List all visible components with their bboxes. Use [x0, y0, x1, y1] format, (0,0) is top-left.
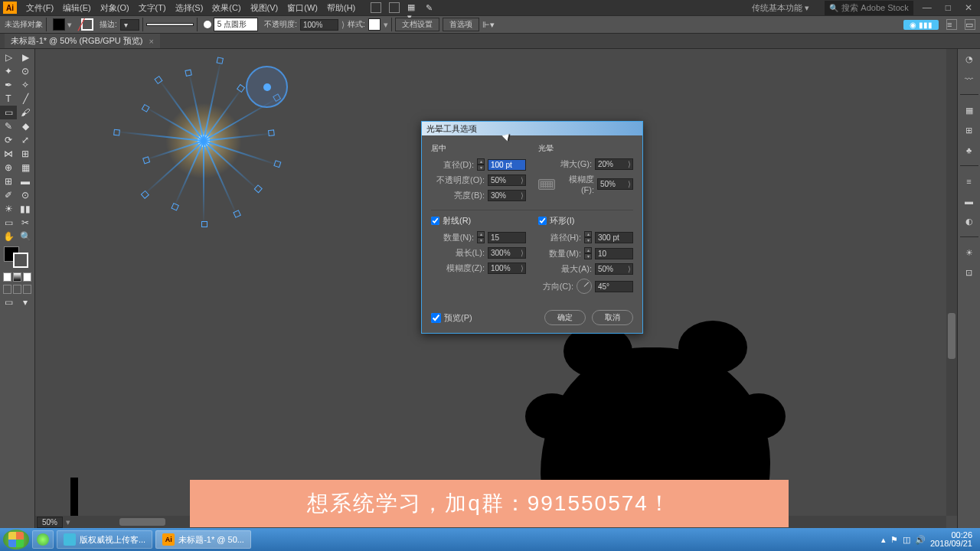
start-button[interactable] [3, 530, 29, 549]
rings-direction-input[interactable]: 45° [595, 281, 633, 292]
center-section-label: 居中 [431, 143, 526, 154]
tray-clock[interactable]: 00:26 2018/09/21 [930, 531, 977, 548]
brush-selector[interactable] [146, 23, 194, 26]
growth-input[interactable]: 20% [595, 158, 633, 170]
shape-preset[interactable]: 5 点圆形 [214, 18, 258, 31]
stroke-weight[interactable]: ▾ [120, 19, 139, 31]
style-label: 样式: [348, 19, 365, 30]
rings-count-input[interactable]: 10 [595, 248, 633, 259]
direction-dial[interactable] [577, 279, 592, 294]
style-swatch[interactable] [368, 18, 381, 31]
align-icon[interactable]: ⊩▾ [482, 20, 495, 30]
opacity-label: 不透明度: [264, 19, 297, 30]
task-item-browser[interactable] [32, 530, 54, 549]
overlay-banner: 想系统学习，加q群：991550574！ [190, 480, 789, 527]
prefs-button[interactable]: 首选项 [443, 18, 479, 31]
vertical-scrollbar[interactable] [946, 49, 957, 516]
brightness-input[interactable]: 30% [488, 190, 526, 201]
doc-setup-button[interactable]: 文档设置 [395, 18, 439, 31]
dialog-title[interactable]: 光晕工具选项 [422, 122, 642, 135]
rings-largest-input[interactable]: 50% [595, 263, 633, 275]
halo-section-label: 光晕 [538, 143, 633, 154]
close-icon[interactable]: ✕ [960, 2, 977, 13]
keyboard-icon [538, 179, 555, 190]
document-tabs: 未标题-1* @ 50% (RGB/GPU 预览) × [0, 34, 980, 49]
brush-panel-icon[interactable]: ✎ [426, 3, 433, 13]
menu-window[interactable]: 窗口(W) [283, 2, 322, 14]
menu-file[interactable]: 文件(F) [21, 2, 58, 14]
panel-toggle-icon[interactable]: ≡ [946, 19, 957, 30]
grid-icon-2[interactable] [389, 2, 400, 13]
flare-object[interactable] [119, 57, 288, 225]
rings-checkbox[interactable] [538, 217, 547, 225]
app-logo: Ai [3, 2, 17, 14]
options-bar: 未选择对象 ▾ ╱ 描边: ▾ 5 点圆形 不透明度: 100%⟩ 样式: ▾ … [0, 15, 980, 34]
windows-taskbar: 版权威视上传客... Ai未标题-1* @ 50... ▴ ⚑ ◫ 🔊 00:2… [0, 528, 980, 551]
rays-count-input[interactable]: 15 [488, 232, 526, 243]
preview-checkbox[interactable] [431, 313, 441, 323]
stroke-swatch[interactable]: ╱ [78, 18, 96, 31]
tab-close-icon[interactable]: × [149, 37, 154, 46]
task-item-illustrator[interactable]: Ai未标题-1* @ 50... [155, 530, 251, 549]
rays-longest-input[interactable]: 300% [488, 247, 526, 259]
rays-fuzz-input[interactable]: 100% [488, 262, 526, 274]
document-title: 未标题-1* @ 50% (RGB/GPU 预览) [11, 35, 143, 47]
menu-effect[interactable]: 效果(C) [207, 2, 245, 14]
menu-view[interactable]: 视图(V) [246, 2, 283, 14]
panel-toggle-icon-2[interactable]: ▭ [965, 19, 975, 30]
stroke-label: 描边: [100, 19, 117, 30]
halo-fuzz-input[interactable]: 50% [597, 178, 633, 190]
ok-button[interactable]: 确定 [544, 310, 586, 325]
system-tray[interactable]: ▴ ⚑ ◫ 🔊 00:26 2018/09/21 [881, 531, 977, 548]
fill-swatch[interactable] [53, 18, 65, 31]
tray-volume-icon[interactable]: 🔊 [915, 535, 926, 545]
tray-flag-icon[interactable]: ⚑ [890, 535, 898, 545]
opacity-input[interactable]: 100% [300, 19, 338, 31]
tray-network-icon[interactable]: ◫ [903, 535, 910, 545]
grid-icon[interactable] [371, 2, 381, 13]
menu-bar: Ai 文件(F) 编辑(E) 对象(O) 文字(T) 选择(S) 效果(C) 视… [0, 0, 980, 15]
task-item-app1[interactable]: 版权威视上传客... [57, 530, 152, 549]
cancel-button[interactable]: 取消 [592, 310, 633, 325]
menu-type[interactable]: 文字(T) [134, 2, 171, 14]
search-stock[interactable]: 🔍 搜索 Adobe Stock [825, 1, 913, 15]
flare-options-dialog: 光晕工具选项 居中 直径(D):▴▾100 pt 不透明度(O):50% 亮度(… [421, 121, 643, 334]
workspace-switcher[interactable]: 传统基本功能 ▾ [747, 1, 820, 15]
share-button[interactable]: ◉ ▮▮▮ [903, 20, 939, 30]
menu-object[interactable]: 对象(O) [96, 2, 134, 14]
document-tab[interactable]: 未标题-1* @ 50% (RGB/GPU 预览) × [5, 34, 160, 48]
rays-checkbox[interactable] [431, 217, 439, 225]
arrange-icon[interactable]: ▦ ▾ [407, 2, 418, 13]
minimize-icon[interactable]: — [918, 2, 936, 13]
menu-help[interactable]: 帮助(H) [322, 2, 360, 14]
rings-path-input[interactable]: 300 pt [595, 232, 633, 243]
tray-up-icon[interactable]: ▴ [881, 535, 886, 545]
menu-select[interactable]: 选择(S) [171, 2, 208, 14]
maximize-icon[interactable]: □ [941, 2, 956, 13]
selection-status: 未选择对象 [5, 19, 43, 30]
zoom-level[interactable]: 50% [37, 517, 63, 528]
diameter-input[interactable]: 100 pt [488, 159, 526, 171]
menu-edit[interactable]: 编辑(E) [58, 2, 96, 14]
center-opacity-input[interactable]: 50% [488, 174, 526, 186]
